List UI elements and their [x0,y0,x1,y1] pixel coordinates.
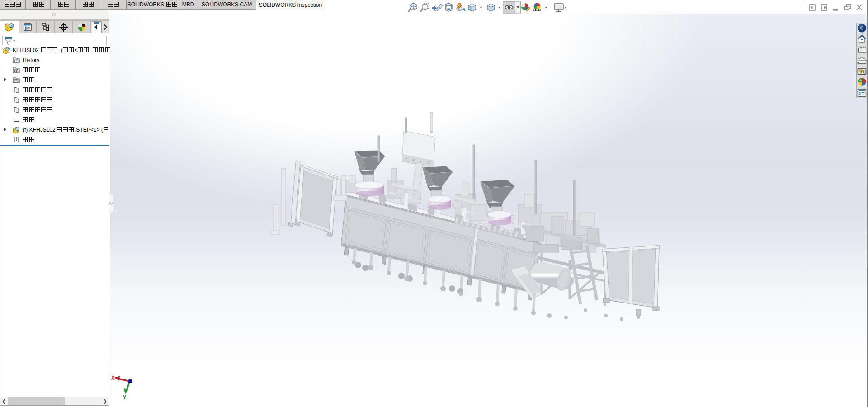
svg-text:A: A [462,6,466,13]
svg-text:X: X [111,375,115,382]
svg-text:Y: Y [123,395,127,401]
